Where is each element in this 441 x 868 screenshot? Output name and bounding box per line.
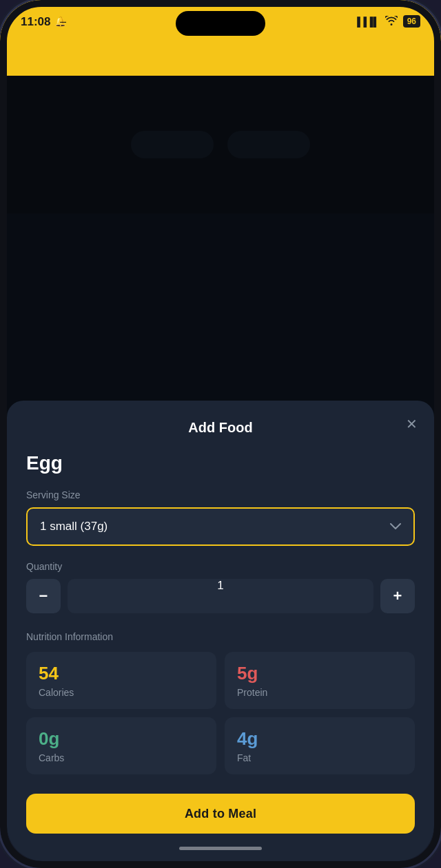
food-name: Egg (26, 452, 415, 474)
carbs-value: 0g (39, 728, 204, 750)
nutrition-card-calories: 54 Calories (26, 652, 216, 709)
add-to-meal-button[interactable]: Add to Meal (26, 794, 415, 834)
nutrition-card-protein: 5g Protein (225, 652, 415, 709)
nutrition-card-carbs: 0g Carbs (26, 717, 216, 774)
calories-value: 54 (39, 663, 204, 684)
calories-label: Calories (39, 687, 204, 698)
bell-icon: 🔔̶ (54, 16, 66, 27)
wifi-icon (385, 16, 398, 28)
fat-label: Fat (237, 752, 402, 763)
chevron-down-icon (390, 520, 401, 533)
fat-value: 4g (237, 728, 402, 750)
quantity-row: − 1 + (26, 579, 415, 613)
decrement-button[interactable]: − (26, 579, 61, 613)
nutrition-card-fat: 4g Fat (225, 717, 415, 774)
dynamic-island (176, 11, 265, 36)
status-right: ▐▐▐▌ 96 (354, 15, 420, 28)
modal-overlay: ✕ Add Food Egg Serving Size 1 small (37g… (7, 76, 434, 861)
modal-title: Add Food (26, 420, 415, 436)
close-button[interactable]: ✕ (406, 417, 418, 431)
modal-sheet: ✕ Add Food Egg Serving Size 1 small (37g… (7, 401, 434, 861)
screen-content: ✕ Add Food Egg Serving Size 1 small (37g… (7, 76, 434, 861)
home-indicator (179, 847, 262, 850)
serving-size-value: 1 small (37g) (40, 520, 107, 533)
battery-badge: 96 (403, 15, 420, 28)
nutrition-label: Nutrition Information (26, 631, 415, 642)
protein-label: Protein (237, 687, 402, 698)
status-time: 11:08 (21, 15, 50, 29)
phone-frame: 11:08 🔔̶ ▐▐▐▌ 96 (0, 0, 441, 868)
quantity-label: Quantity (26, 561, 415, 572)
quantity-display[interactable]: 1 (68, 579, 373, 613)
carbs-label: Carbs (39, 752, 204, 763)
serving-size-label: Serving Size (26, 489, 415, 500)
nutrition-grid: 54 Calories 5g Protein 0g Carbs (26, 652, 415, 774)
protein-value: 5g (237, 663, 402, 684)
serving-size-select[interactable]: 1 small (37g) (26, 507, 415, 546)
increment-button[interactable]: + (380, 579, 415, 613)
signal-icon: ▐▐▐▌ (354, 17, 380, 27)
